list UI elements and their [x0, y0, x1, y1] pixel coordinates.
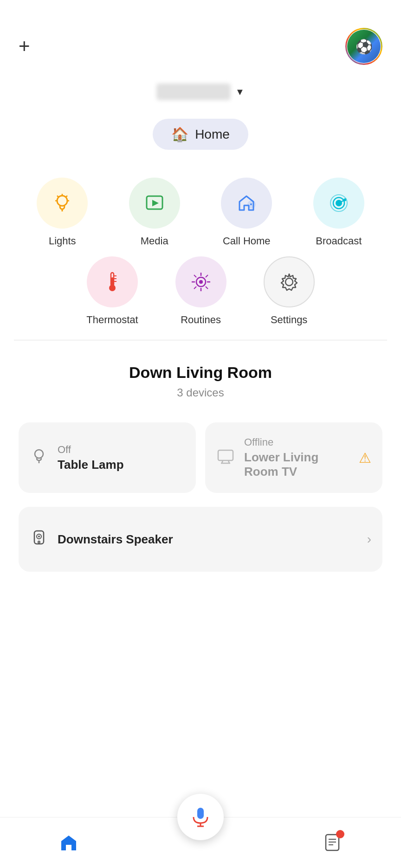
- quick-actions-row1: Lights Media Call Home: [0, 168, 401, 256]
- chevron-down-icon: ▼: [235, 87, 245, 97]
- svg-line-30: [194, 287, 196, 289]
- thermostat-icon: [101, 270, 124, 294]
- device-grid: Off Table Lamp Offline Lower Living Room…: [0, 408, 401, 507]
- svg-point-41: [38, 536, 40, 537]
- speaker-info: Downstairs Speaker: [58, 532, 358, 547]
- routines-label: Routines: [181, 314, 221, 326]
- svg-point-33: [35, 450, 43, 458]
- tv-icon: [216, 447, 235, 469]
- action-routines[interactable]: Routines: [175, 256, 226, 326]
- warning-icon: ⚠: [359, 450, 371, 466]
- home-button[interactable]: 🏠 Home: [153, 119, 248, 150]
- svg-point-32: [285, 278, 293, 286]
- settings-icon: [278, 270, 301, 294]
- svg-point-15: [345, 198, 346, 200]
- activity-badge-wrap: [322, 832, 343, 854]
- lights-circle: [37, 178, 88, 229]
- media-label: Media: [141, 235, 168, 247]
- home-icon: 🏠: [171, 126, 188, 142]
- lights-icon: [51, 191, 74, 215]
- thermostat-circle: [87, 256, 138, 307]
- home-section: 🏠 Home: [0, 109, 401, 168]
- settings-circle: [264, 256, 315, 307]
- settings-label: Settings: [271, 314, 308, 326]
- call-home-circle: [221, 178, 272, 229]
- routines-icon: [189, 270, 213, 294]
- call-home-icon: [235, 191, 258, 215]
- svg-rect-43: [197, 808, 204, 819]
- action-call-home[interactable]: Call Home: [203, 178, 291, 247]
- room-subtitle: 3 devices: [19, 386, 382, 399]
- room-section: Down Living Room 3 devices: [0, 340, 401, 408]
- svg-point-18: [109, 285, 116, 291]
- broadcast-icon: [327, 191, 350, 215]
- room-title: Down Living Room: [19, 364, 382, 382]
- svg-line-5: [57, 196, 58, 197]
- add-button[interactable]: +: [19, 37, 30, 56]
- device-card-speaker[interactable]: Downstairs Speaker ›: [19, 507, 382, 572]
- quick-actions-row2: Thermostat Routines Se: [0, 256, 401, 340]
- avatar-inner: ⚽: [347, 30, 381, 63]
- activity-badge: [336, 830, 344, 838]
- svg-point-42: [38, 541, 40, 543]
- svg-line-28: [206, 287, 208, 289]
- svg-point-0: [57, 196, 67, 206]
- tv-name: Lower Living Room TV: [244, 450, 349, 479]
- broadcast-label: Broadcast: [316, 235, 362, 247]
- speaker-chevron-icon: ›: [367, 532, 371, 547]
- lights-label: Lights: [49, 235, 76, 247]
- lamp-status: Off: [58, 444, 185, 456]
- routines-circle: [175, 256, 226, 307]
- call-home-label: Call Home: [223, 235, 271, 247]
- home-label: Home: [195, 127, 230, 142]
- tv-status: Offline: [244, 436, 349, 448]
- svg-line-6: [66, 196, 67, 197]
- action-media[interactable]: Media: [111, 178, 199, 247]
- action-thermostat[interactable]: Thermostat: [86, 256, 138, 326]
- tv-info: Offline Lower Living Room TV: [244, 436, 349, 479]
- action-broadcast[interactable]: Broadcast: [295, 178, 383, 247]
- nav-home[interactable]: [40, 828, 97, 858]
- svg-rect-17: [111, 277, 113, 286]
- location-text: [156, 83, 231, 100]
- media-icon: [143, 191, 166, 215]
- media-circle: [129, 178, 180, 229]
- svg-point-31: [199, 280, 203, 284]
- svg-line-27: [194, 275, 196, 277]
- svg-rect-35: [218, 450, 233, 460]
- action-lights[interactable]: Lights: [19, 178, 106, 247]
- mic-icon: [189, 805, 212, 829]
- svg-line-29: [206, 275, 208, 277]
- speaker-name: Downstairs Speaker: [58, 532, 358, 547]
- nav-home-icon: [58, 833, 79, 853]
- broadcast-circle: [313, 178, 364, 229]
- device-card-table-lamp[interactable]: Off Table Lamp: [19, 422, 196, 493]
- thermostat-label: Thermostat: [86, 314, 138, 326]
- lamp-info: Off Table Lamp: [58, 444, 185, 472]
- device-card-tv[interactable]: Offline Lower Living Room TV ⚠: [205, 422, 382, 493]
- location-selector[interactable]: ▼: [0, 74, 401, 109]
- nav-activity[interactable]: [304, 827, 361, 859]
- lamp-name: Table Lamp: [58, 458, 185, 472]
- avatar[interactable]: ⚽: [345, 28, 382, 65]
- microphone-fab[interactable]: [177, 794, 224, 840]
- action-settings[interactable]: Settings: [264, 256, 315, 326]
- lamp-icon: [30, 447, 48, 469]
- header: + ⚽: [0, 0, 401, 74]
- svg-marker-8: [152, 200, 159, 206]
- speaker-icon: [30, 528, 48, 551]
